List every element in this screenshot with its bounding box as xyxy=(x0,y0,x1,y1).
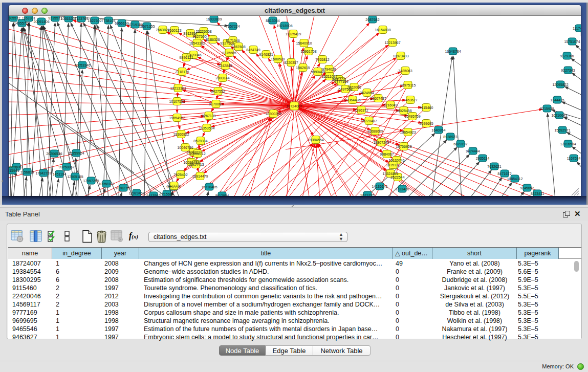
svg-text:3624554: 3624554 xyxy=(360,91,374,95)
svg-text:8375685: 8375685 xyxy=(222,51,236,55)
svg-text:9413778: 9413778 xyxy=(167,184,181,188)
svg-text:10973493: 10973493 xyxy=(393,54,408,58)
svg-text:9115460: 9115460 xyxy=(420,106,433,110)
svg-text:1156819: 1156819 xyxy=(20,170,34,174)
svg-text:2935114: 2935114 xyxy=(476,157,490,160)
svg-text:18807249: 18807249 xyxy=(373,141,389,144)
svg-text:23226058: 23226058 xyxy=(195,30,211,33)
svg-text:8813054: 8813054 xyxy=(266,19,279,23)
svg-text:15640910: 15640910 xyxy=(296,41,312,45)
svg-text:19654982: 19654982 xyxy=(169,116,185,120)
svg-text:20091406: 20091406 xyxy=(33,20,49,24)
svg-text:9146821: 9146821 xyxy=(259,53,273,56)
svg-text:9129366: 9129366 xyxy=(560,54,574,58)
svg-text:8171546: 8171546 xyxy=(226,39,239,42)
svg-text:19384554: 19384554 xyxy=(308,138,323,142)
svg-text:9474444: 9474444 xyxy=(466,149,480,153)
svg-text:7632621: 7632621 xyxy=(487,165,501,168)
svg-text:9699695: 9699695 xyxy=(419,122,433,125)
svg-text:12505135: 12505135 xyxy=(67,175,83,179)
svg-text:8823411: 8823411 xyxy=(531,192,545,195)
svg-text:9084067: 9084067 xyxy=(380,152,394,156)
svg-text:20364436: 20364436 xyxy=(344,98,360,102)
svg-text:10025458: 10025458 xyxy=(396,109,411,113)
svg-text:7462066: 7462066 xyxy=(347,85,361,89)
svg-text:1163301: 1163301 xyxy=(22,16,36,20)
svg-text:18724007: 18724007 xyxy=(286,104,302,108)
svg-text:7738104: 7738104 xyxy=(101,19,115,23)
svg-text:9245652: 9245652 xyxy=(520,186,534,190)
svg-text:1615132: 1615132 xyxy=(386,163,400,167)
svg-text:11353594: 11353594 xyxy=(199,126,215,130)
svg-text:1588520: 1588520 xyxy=(271,57,285,61)
svg-text:1527602: 1527602 xyxy=(88,19,101,23)
svg-text:17359924: 17359924 xyxy=(68,151,84,155)
svg-text:2522544: 2522544 xyxy=(390,176,404,179)
svg-text:9413562: 9413562 xyxy=(146,194,160,196)
svg-text:7625402: 7625402 xyxy=(173,173,187,177)
svg-text:10107552: 10107552 xyxy=(169,100,185,103)
svg-text:8220357: 8220357 xyxy=(284,61,298,64)
svg-text:10782759: 10782759 xyxy=(115,186,131,190)
svg-text:10958107: 10958107 xyxy=(98,182,114,186)
svg-text:13524851: 13524851 xyxy=(382,172,398,176)
svg-text:1117402: 1117402 xyxy=(573,27,581,30)
svg-text:15751074: 15751074 xyxy=(564,40,580,43)
svg-text:16120746: 16120746 xyxy=(388,159,404,162)
svg-text:14136141: 14136141 xyxy=(372,185,387,188)
svg-text:9671235: 9671235 xyxy=(360,193,374,196)
svg-text:1167534: 1167534 xyxy=(567,157,581,160)
svg-text:2005572: 2005572 xyxy=(9,16,20,20)
svg-text:10854112: 10854112 xyxy=(507,177,523,181)
svg-text:8471672: 8471672 xyxy=(497,172,511,176)
svg-text:7485063: 7485063 xyxy=(398,69,412,73)
svg-text:8123764: 8123764 xyxy=(74,17,88,20)
svg-text:8267130: 8267130 xyxy=(202,114,215,118)
svg-text:10046786: 10046786 xyxy=(177,146,193,149)
svg-text:16914479: 16914479 xyxy=(192,174,208,178)
svg-text:99758867: 99758867 xyxy=(58,165,74,169)
svg-text:19756928: 19756928 xyxy=(396,145,411,148)
svg-text:9896121: 9896121 xyxy=(179,56,193,59)
svg-text:10607487: 10607487 xyxy=(370,97,386,100)
svg-text:12213967: 12213967 xyxy=(384,41,400,45)
svg-text:9227343: 9227343 xyxy=(561,69,575,72)
svg-text:8835061: 8835061 xyxy=(9,165,23,169)
svg-text:9777169: 9777169 xyxy=(334,80,348,83)
svg-text:14055724: 14055724 xyxy=(14,21,30,25)
svg-text:8215938: 8215938 xyxy=(540,107,554,111)
svg-text:9990448: 9990448 xyxy=(311,70,324,74)
svg-text:12213303: 12213303 xyxy=(170,86,186,90)
svg-text:17957255: 17957255 xyxy=(83,179,99,183)
svg-text:9427552: 9427552 xyxy=(211,90,225,93)
svg-text:9170061: 9170061 xyxy=(209,102,223,106)
svg-text:16154808: 16154808 xyxy=(375,28,390,32)
svg-text:16961758: 16961758 xyxy=(300,50,316,53)
svg-text:3915941: 3915941 xyxy=(9,169,19,172)
svg-text:1215685: 1215685 xyxy=(160,192,173,196)
svg-text:15718485: 15718485 xyxy=(201,185,217,189)
svg-text:12975115: 12975115 xyxy=(400,83,416,87)
svg-text:16210643: 16210643 xyxy=(551,114,567,117)
svg-text:8186328: 8186328 xyxy=(206,38,220,41)
svg-text:10688609: 10688609 xyxy=(367,129,383,133)
svg-text:20206536: 20206536 xyxy=(46,152,62,156)
svg-text:2803144: 2803144 xyxy=(215,76,229,80)
svg-text:12923468: 12923468 xyxy=(128,191,144,195)
svg-text:16543382: 16543382 xyxy=(189,41,205,45)
svg-text:1451194: 1451194 xyxy=(53,172,67,176)
svg-text:1562615: 1562615 xyxy=(296,66,310,70)
svg-text:17842737: 17842737 xyxy=(35,171,51,175)
svg-text:16648784: 16648784 xyxy=(445,50,461,53)
svg-text:19654923: 19654923 xyxy=(400,130,416,134)
svg-text:8660123: 8660123 xyxy=(167,29,181,32)
svg-text:16495759: 16495759 xyxy=(404,115,420,118)
svg-text:9327500: 9327500 xyxy=(192,35,206,38)
svg-text:15720407: 15720407 xyxy=(361,119,377,123)
svg-text:16033809: 16033809 xyxy=(206,17,222,21)
svg-text:7386372: 7386372 xyxy=(354,108,368,112)
svg-text:6879197: 6879197 xyxy=(453,142,467,146)
svg-text:10994712: 10994712 xyxy=(189,152,205,156)
svg-text:9463627: 9463627 xyxy=(403,98,417,102)
svg-text:19166822: 19166822 xyxy=(173,133,189,136)
